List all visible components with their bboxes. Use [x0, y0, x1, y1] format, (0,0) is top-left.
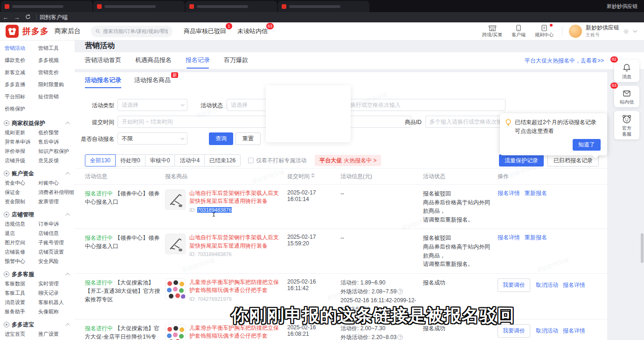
sidebar-header-funds[interactable]: 账户资金	[4, 169, 75, 178]
sidebar-item[interactable]: 发票管理	[38, 197, 75, 206]
sidebar-item[interactable]: 子账号管理	[38, 238, 75, 247]
browser-tab[interactable]	[186, 1, 277, 12]
sidebar-header-shop[interactable]: 店铺管理	[4, 210, 75, 219]
sidebar-item[interactable]: 店铺装修	[5, 247, 38, 257]
archived-records-button[interactable]: 已归档报名记录	[547, 154, 599, 167]
sidebar-item[interactable]: 店铺页设置	[38, 247, 75, 257]
sidebar-item[interactable]: 多多视频	[38, 54, 75, 66]
sidebar-item[interactable]: 客服机器人	[38, 298, 75, 307]
sidebar-item[interactable]: 头像昵称	[38, 307, 75, 316]
goods-id-input[interactable]	[425, 116, 508, 128]
sidebar-item[interactable]: 安全风险	[38, 257, 75, 266]
site-mail-button[interactable]: 63 站内信	[614, 86, 639, 107]
cancel-activity-link[interactable]: 取消活动	[536, 327, 558, 334]
detail-link[interactable]: 报名详情	[498, 190, 520, 196]
sidebar-item[interactable]: 违规信息	[5, 219, 38, 229]
detail-link[interactable]: 报名详情	[498, 234, 520, 241]
sidebar-item[interactable]: 图片空间	[5, 238, 38, 247]
got-it-button[interactable]: 知道了	[573, 139, 601, 151]
promo-link[interactable]: 平台大促火热报名中，去看看>>	[525, 57, 604, 65]
promo-pill[interactable]: 平台大促火热报名中 >	[315, 155, 381, 166]
sidebar-item[interactable]: 限时限量购	[38, 78, 75, 90]
pinduoduo-logo-icon[interactable]	[6, 25, 19, 38]
sidebar-item[interactable]: 客服数据	[5, 279, 38, 288]
sidebar-item[interactable]: 评价举报	[5, 146, 38, 156]
sidebar-item[interactable]: 订单申诉	[38, 219, 75, 229]
exclusive-filter-checkbox[interactable]: 仅看不打标专属活动	[248, 157, 306, 165]
sidebar-item[interactable]: 意见反馈	[38, 156, 75, 165]
tab-records[interactable]: 报名记录	[186, 52, 210, 69]
browser-tab[interactable]	[278, 1, 369, 12]
sidebar-item[interactable]: 预警中心	[5, 257, 38, 266]
unread-mail-link[interactable]: 未读站内信 63	[237, 27, 268, 35]
subtab-activity-records[interactable]: 活动报名记录	[85, 76, 121, 88]
rule-center-entry[interactable]: 规则中心	[535, 25, 554, 38]
detail-link[interactable]: 报名详情	[563, 282, 585, 288]
sidebar-item[interactable]: 售后申诉	[38, 137, 75, 146]
chip-all[interactable]: 全部130	[85, 154, 116, 167]
query-button[interactable]: 查询	[209, 132, 233, 145]
tab-opportunity[interactable]: 机遇商品报名	[135, 52, 172, 69]
sidebar-item[interactable]: 短信营销	[38, 90, 75, 103]
browser-tab[interactable]	[93, 1, 185, 12]
question-circle-icon[interactable]: ?	[397, 289, 403, 294]
messages-button[interactable]: 82 消息	[614, 60, 639, 82]
question-circle-icon[interactable]: ?	[397, 334, 403, 340]
adjust-price-button[interactable]: 我要调价	[498, 278, 530, 292]
cancel-activity-link[interactable]: 取消活动	[536, 282, 558, 288]
sidebar-item[interactable]: 服务助手	[5, 307, 38, 316]
sidebar-item[interactable]: 消息设置	[5, 298, 38, 307]
sidebar-item[interactable]: 知识产权保护	[38, 146, 75, 156]
sidebar-item[interactable]: 低价预警	[38, 128, 75, 137]
sortable-column[interactable]: 提交时间	[287, 169, 340, 184]
sidebar-item[interactable]: 店铺信息	[38, 229, 75, 238]
resubmit-link[interactable]: 重新报名	[525, 190, 547, 196]
sidebar-item[interactable]: 爆款竞价	[5, 54, 38, 66]
sidebar-item[interactable]: 营销竞价	[38, 66, 75, 78]
sidebar-item[interactable]: 客服工具	[5, 288, 38, 298]
sidebar-item[interactable]: 平台招标	[5, 90, 38, 103]
sidebar-item[interactable]: 资金限制	[5, 197, 38, 206]
product-id[interactable]: ID: 703189483876	[189, 251, 284, 258]
client-app-entry[interactable]: 客户端	[512, 25, 526, 38]
gear-icon[interactable]	[623, 28, 629, 35]
refresh-icon[interactable]	[22, 14, 34, 21]
chip-active[interactable]: 活动中4	[174, 154, 205, 167]
official-service-button[interactable]: 官方客服	[614, 111, 639, 139]
sidebar-item[interactable]: 营销活动	[5, 42, 38, 54]
filter-type-select[interactable]: 请选择	[118, 99, 187, 111]
auto-signup-select[interactable]: 不限	[118, 132, 187, 145]
chip-ended[interactable]: 已结束126	[204, 154, 241, 167]
subtab-activity-goods[interactable]: 活动报名商品 新	[134, 76, 171, 88]
product-id[interactable]: ID: 704276921979	[189, 296, 284, 303]
sidebar-item[interactable]: 异常单申诉	[5, 137, 38, 146]
sidebar-item[interactable]: 资金中心	[5, 178, 38, 187]
back-icon[interactable]: ←	[0, 14, 11, 21]
reset-button[interactable]: 重置	[235, 132, 261, 145]
forward-icon[interactable]: →	[11, 14, 22, 21]
sidebar-header-service[interactable]: 多多客服	[4, 270, 75, 279]
sidebar-item[interactable]: 实时管理	[38, 279, 75, 288]
account-menu[interactable]: 新妙妙供应链 主账号	[569, 24, 637, 38]
resubmit-link[interactable]: 重新报名	[525, 234, 547, 241]
sidebar-item[interactable]: 进宝首页	[5, 329, 38, 339]
flow-protection-button[interactable]: 流量保护记录	[499, 154, 544, 167]
sidebar-item[interactable]: 价格保护	[5, 103, 38, 115]
tab-activity-home[interactable]: 营销活动首页	[85, 52, 121, 69]
sidebar-item[interactable]: 对账中心	[38, 178, 75, 187]
back-to-client-link[interactable]: 回到客户端	[40, 14, 68, 21]
detail-link[interactable]: 报名详情	[563, 327, 585, 334]
sidebar-item[interactable]: 推广设置	[38, 329, 75, 339]
sidebar-header-jinbao[interactable]: 多多进宝	[4, 320, 75, 329]
sidebar-item[interactable]: 消费者补偿明细	[38, 187, 75, 197]
scrollbar-thumb[interactable]	[641, 233, 644, 263]
chevron-down-icon[interactable]	[633, 30, 637, 33]
product-id[interactable]: ID: 703189483876	[189, 207, 284, 214]
sidebar-item[interactable]: 保证金	[5, 187, 38, 197]
chip-reviewing[interactable]: 审核中0	[145, 154, 175, 167]
tab-million[interactable]: 百万爆款	[224, 52, 248, 69]
crossborder-entry[interactable]: 跨境/买菜	[482, 25, 502, 38]
sidebar-item[interactable]: 店铺升级	[5, 156, 38, 165]
sidebar-header-rights[interactable]: 商家权益保护	[4, 118, 75, 128]
sidebar-item[interactable]: 退店	[5, 229, 38, 238]
